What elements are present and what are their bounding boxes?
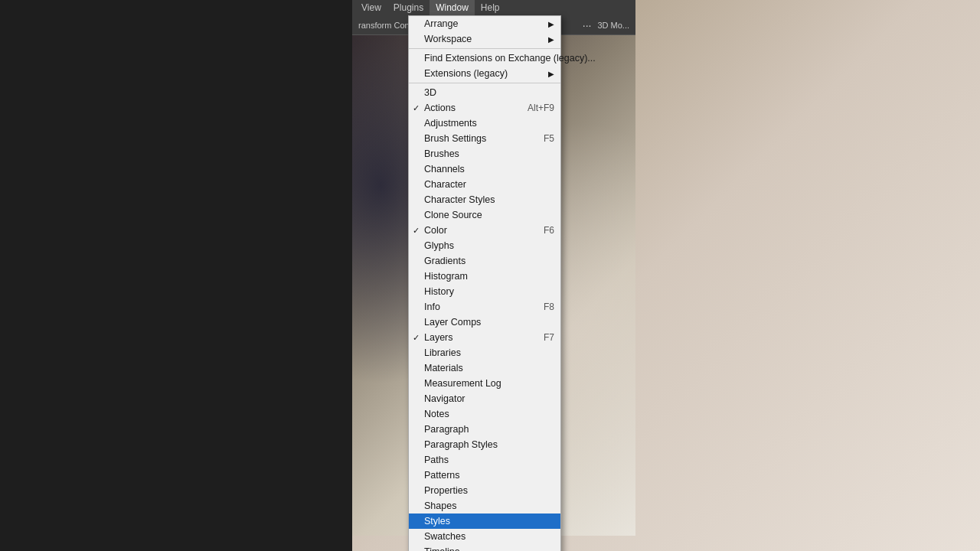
actions-checkmark-icon: ✓ — [413, 103, 420, 113]
menu-item-brush-settings[interactable]: Brush Settings F5 — [409, 131, 560, 146]
layers-checkmark-icon: ✓ — [413, 333, 420, 343]
adjustments-label: Adjustments — [424, 118, 477, 129]
menu-item-channels[interactable]: Channels — [409, 161, 560, 177]
menu-item-paragraph-styles[interactable]: Paragraph Styles — [409, 437, 560, 452]
menu-item-styles[interactable]: Styles — [409, 514, 560, 529]
menu-item-actions[interactable]: ✓ Actions Alt+F9 — [409, 100, 560, 116]
menu-item-info[interactable]: Info F8 — [409, 299, 560, 315]
menu-item-swatches[interactable]: Swatches — [409, 529, 560, 544]
menubar-window[interactable]: Window — [430, 0, 475, 15]
brush-settings-shortcut: F5 — [528, 133, 554, 144]
color-checkmark-icon: ✓ — [413, 226, 420, 236]
styles-label: Styles — [424, 516, 450, 527]
menu-item-paragraph[interactable]: Paragraph — [409, 422, 560, 437]
menu-item-extensions-legacy[interactable]: Extensions (legacy) ▶ — [409, 66, 560, 81]
gradients-label: Gradients — [424, 256, 466, 266]
menu-item-character-styles[interactable]: Character Styles — [409, 192, 560, 207]
arrange-arrow-icon: ▶ — [548, 20, 554, 28]
workspace-arrow-icon: ▶ — [548, 35, 554, 44]
navigator-label: Navigator — [424, 393, 466, 404]
menu-item-color[interactable]: ✓ Color F6 — [409, 223, 560, 238]
actions-label: Actions — [424, 103, 456, 113]
channels-label: Channels — [424, 164, 465, 174]
window-dropdown-menu: Arrange ▶ Workspace ▶ Find Extensions on… — [408, 15, 561, 551]
menu-item-histogram[interactable]: Histogram — [409, 269, 560, 284]
menu-item-brushes[interactable]: Brushes — [409, 146, 560, 161]
menubar-view[interactable]: View — [355, 0, 387, 15]
menu-item-layer-comps[interactable]: Layer Comps — [409, 315, 560, 330]
shapes-label: Shapes — [424, 500, 456, 511]
layers-label: Layers — [424, 332, 453, 343]
layer-comps-label: Layer Comps — [424, 317, 481, 328]
histogram-label: Histogram — [424, 271, 468, 282]
clone-source-label: Clone Source — [424, 210, 482, 220]
paragraph-label: Paragraph — [424, 424, 469, 435]
menubar-help[interactable]: Help — [475, 0, 506, 15]
menu-item-find-extensions[interactable]: Find Extensions on Exchange (legacy)... — [409, 51, 560, 66]
menubar: View Plugins Window Help — [352, 0, 635, 15]
menu-item-shapes[interactable]: Shapes — [409, 498, 560, 514]
actions-shortcut: Alt+F9 — [512, 103, 554, 113]
menu-item-materials[interactable]: Materials — [409, 360, 560, 376]
find-extensions-label: Find Extensions on Exchange (legacy)... — [424, 53, 596, 64]
menu-item-measurement-log[interactable]: Measurement Log — [409, 376, 560, 391]
layers-shortcut: F7 — [528, 332, 554, 343]
notes-label: Notes — [424, 409, 449, 419]
menu-item-paths[interactable]: Paths — [409, 452, 560, 468]
libraries-label: Libraries — [424, 347, 461, 358]
patterns-label: Patterns — [424, 470, 460, 481]
swatches-label: Swatches — [424, 531, 466, 542]
menu-item-layers[interactable]: ✓ Layers F7 — [409, 330, 560, 345]
menu-item-properties[interactable]: Properties — [409, 483, 560, 498]
extensions-legacy-arrow-icon: ▶ — [548, 70, 554, 78]
info-label: Info — [424, 302, 440, 312]
menu-item-workspace[interactable]: Workspace ▶ — [409, 31, 560, 47]
menu-item-arrange[interactable]: Arrange ▶ — [409, 16, 560, 31]
character-label: Character — [424, 179, 466, 190]
menu-item-clone-source[interactable]: Clone Source — [409, 207, 560, 223]
arrange-label: Arrange — [424, 18, 458, 29]
character-styles-label: Character Styles — [424, 194, 495, 205]
menu-item-navigator[interactable]: Navigator — [409, 391, 560, 406]
menu-item-libraries[interactable]: Libraries — [409, 345, 560, 360]
materials-label: Materials — [424, 363, 463, 373]
menu-item-timeline[interactable]: Timeline — [409, 544, 560, 551]
menu-item-adjustments[interactable]: Adjustments — [409, 116, 560, 131]
info-shortcut: F8 — [528, 302, 554, 312]
paths-label: Paths — [424, 455, 449, 465]
separator-1 — [409, 48, 560, 49]
menu-item-glyphs[interactable]: Glyphs — [409, 238, 560, 253]
menu-item-notes[interactable]: Notes — [409, 406, 560, 422]
menubar-plugins[interactable]: Plugins — [387, 0, 430, 15]
brush-settings-label: Brush Settings — [424, 133, 486, 144]
menu-item-history[interactable]: History — [409, 284, 560, 299]
left-panel — [0, 0, 352, 551]
color-shortcut: F6 — [528, 225, 554, 236]
menu-item-gradients[interactable]: Gradients — [409, 253, 560, 269]
brushes-label: Brushes — [424, 148, 459, 159]
menu-item-patterns[interactable]: Patterns — [409, 468, 560, 483]
paragraph-styles-label: Paragraph Styles — [424, 439, 498, 450]
3d-mode-label: 3D Mo... — [597, 21, 629, 30]
3d-label: 3D — [424, 87, 436, 98]
workspace-label: Workspace — [424, 34, 472, 44]
extensions-legacy-label: Extensions (legacy) — [424, 68, 508, 79]
separator-2 — [409, 83, 560, 83]
history-label: History — [424, 286, 454, 297]
measurement-log-label: Measurement Log — [424, 378, 501, 389]
menu-item-character[interactable]: Character — [409, 177, 560, 192]
menu-item-3d[interactable]: 3D — [409, 85, 560, 100]
color-label: Color — [424, 225, 447, 236]
timeline-label: Timeline — [424, 546, 460, 551]
options-more-button[interactable]: ··· — [583, 19, 592, 31]
properties-label: Properties — [424, 485, 468, 496]
glyphs-label: Glyphs — [424, 240, 454, 251]
